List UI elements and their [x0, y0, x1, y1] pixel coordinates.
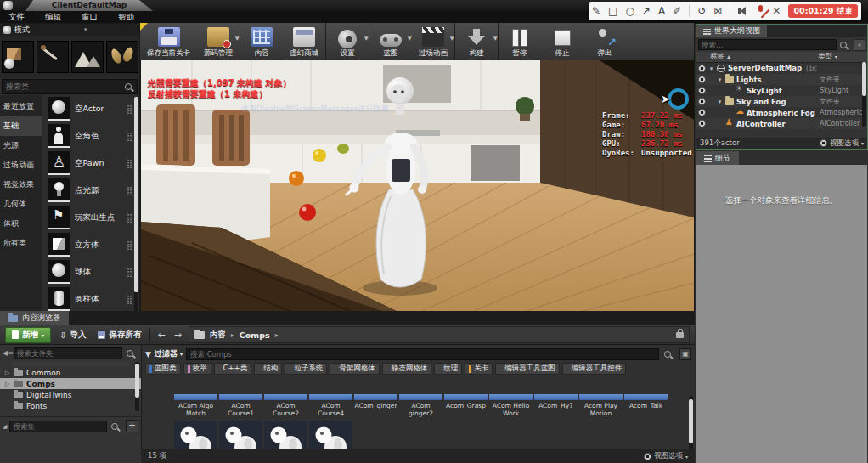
filter-chip[interactable]: 编辑器工具控件: [562, 363, 627, 375]
filter-chip[interactable]: 枚举: [183, 363, 211, 375]
details-tab[interactable]: 细节: [696, 151, 739, 165]
asset-item[interactable]: ACom_ginger: [354, 394, 397, 419]
scrollbar[interactable]: [135, 362, 139, 411]
filter-chip[interactable]: 粒子系统: [285, 363, 327, 375]
recorder-tool-icon[interactable]: ↺: [697, 2, 706, 20]
recorder-tool-icon[interactable]: A: [658, 2, 665, 20]
recording-timer-badge[interactable]: 00:01:29 结束: [788, 4, 858, 18]
placeable-item[interactable]: 空角色 ⣿: [42, 122, 139, 150]
asset-item[interactable]: ACom Course1: [219, 394, 262, 419]
save-search-icon[interactable]: ▣: [679, 348, 691, 360]
menu-item[interactable]: 窗口: [82, 12, 98, 23]
speaker-icon[interactable]: [738, 6, 748, 16]
import-button[interactable]: ⇩ 导入: [56, 328, 89, 342]
asset-item[interactable]: [309, 421, 352, 450]
drag-grip-icon[interactable]: ⣿: [127, 213, 132, 223]
asset-item[interactable]: ACom Course2: [264, 394, 307, 419]
outliner-row[interactable]: AIController AIController: [696, 118, 867, 129]
drag-grip-icon[interactable]: ⣿: [127, 159, 132, 168]
asset-item[interactable]: ACom_Hy7: [534, 394, 578, 419]
placeable-item[interactable]: 玩家出生点 ⣿: [42, 204, 139, 231]
visibility-eye-icon[interactable]: [698, 109, 706, 116]
dropdown-arrow-icon[interactable]: ▾: [84, 26, 87, 33]
expand-arrow-icon[interactable]: ▷: [5, 370, 10, 376]
filter-chip[interactable]: 蓝图类: [145, 363, 181, 375]
collection-search-input[interactable]: [9, 421, 107, 432]
asset-item[interactable]: [219, 421, 262, 450]
close-icon[interactable]: ✕: [772, 5, 781, 17]
asset-item[interactable]: Acom_Talk: [624, 394, 668, 419]
add-new-button[interactable]: 新增▾: [5, 327, 51, 343]
placeable-item[interactable]: 空Actor ⣿: [42, 95, 139, 122]
drag-grip-icon[interactable]: ⣿: [127, 132, 132, 141]
level-tab[interactable]: ClientDefaultMap: [25, 0, 153, 11]
expand-arrow-icon[interactable]: ▾: [717, 76, 723, 83]
asset-item[interactable]: [174, 421, 217, 450]
folder-row[interactable]: Fonts: [0, 400, 141, 411]
menu-item[interactable]: 帮助: [118, 12, 134, 23]
class-search-input[interactable]: [3, 82, 123, 91]
content-browser-tab[interactable]: 内容浏览器: [0, 311, 69, 325]
recorder-tool-icon[interactable]: ⊠: [713, 2, 722, 20]
toolbar-button[interactable]: 弹出 ▼: [583, 23, 626, 60]
modes-tab[interactable]: 模式 ▾: [0, 24, 139, 36]
visibility-eye-icon[interactable]: [698, 98, 706, 105]
outliner-row[interactable]: SkyLight SkyLight: [696, 85, 867, 96]
drag-grip-icon[interactable]: ⣿: [127, 295, 132, 304]
folder-row[interactable]: DigitalTwins: [0, 389, 141, 400]
place-category[interactable]: 视觉效果: [0, 175, 42, 195]
toolbar-button[interactable]: 过场动画 ▼: [412, 23, 454, 60]
visibility-eye-icon[interactable]: [698, 65, 706, 72]
drag-grip-icon[interactable]: ⣿: [127, 104, 132, 114]
place-category[interactable]: 过场动画: [0, 155, 42, 175]
toolbar-button[interactable]: 源码管理 ▼: [197, 23, 240, 60]
toolbar-button[interactable]: 内容 ▼: [240, 23, 283, 60]
toolbar-button[interactable]: 虚幻商城 ▼: [283, 23, 325, 60]
drag-grip-icon[interactable]: ⣿: [127, 240, 132, 250]
toolbar-button[interactable]: 保存当前关卡 ▼: [140, 23, 197, 60]
place-category[interactable]: 基础: [0, 116, 42, 136]
filters-button[interactable]: 过滤器▾: [155, 348, 183, 359]
asset-item[interactable]: ACom Course4: [309, 394, 352, 419]
view-options-button[interactable]: 视图选项▾: [642, 451, 688, 461]
place-category[interactable]: 光源: [0, 136, 42, 155]
outliner-row[interactable]: Atmospheric Fog AtmosphericF: [696, 107, 867, 118]
back-arrow-icon[interactable]: ←: [155, 330, 166, 341]
filter-chip[interactable]: 关卡: [465, 363, 493, 375]
lock-icon[interactable]: [676, 332, 684, 338]
recorder-tool-icon[interactable]: ○: [625, 2, 634, 20]
toolbar-button[interactable]: 停止 ▼: [541, 23, 583, 60]
outliner-row[interactable]: ▾ Sky and Fog 文件夹: [696, 96, 867, 107]
view-options-button[interactable]: 视图选项▾: [818, 138, 864, 149]
outliner-row[interactable]: ▾ Lights 文件夹: [696, 74, 867, 85]
asset-item[interactable]: ACom Hello Work: [489, 394, 533, 419]
menu-item[interactable]: 文件: [8, 12, 25, 23]
outliner-filter-button[interactable]: ＋: [854, 39, 865, 51]
save-all-button[interactable]: 保存所有: [94, 328, 144, 342]
recorder-tool-icon[interactable]: ✐: [673, 2, 681, 20]
recorder-tool-icon[interactable]: ↗: [642, 2, 651, 20]
expand-arrow-icon[interactable]: ▷: [5, 381, 10, 387]
placeable-item[interactable]: 圆柱体 ⣿: [42, 285, 139, 311]
drag-grip-icon[interactable]: ⣿: [127, 186, 132, 195]
recorder-tool-icon[interactable]: ✎: [592, 2, 600, 20]
microphone-muted-icon[interactable]: [756, 5, 764, 17]
breadcrumb-root[interactable]: 内容: [210, 330, 226, 341]
filter-chip[interactable]: C++类: [214, 363, 252, 375]
visibility-eye-icon[interactable]: [698, 120, 706, 127]
toolbar-button[interactable]: 构建 ▼: [454, 23, 498, 60]
folder-row[interactable]: ▷ Common: [0, 367, 141, 378]
place-category[interactable]: 体积: [0, 214, 42, 234]
filter-chip[interactable]: 编辑器工具蓝图: [495, 363, 560, 375]
visibility-eye-icon[interactable]: [698, 76, 706, 83]
folder-search-input[interactable]: [14, 347, 122, 359]
expand-arrow-icon[interactable]: ▾: [717, 99, 723, 105]
place-category[interactable]: 几何体: [0, 195, 42, 214]
asset-item[interactable]: Acom Play Motion: [579, 394, 623, 419]
filter-chip[interactable]: 纹理: [434, 363, 462, 375]
world-outliner-tab[interactable]: 世界大纲视图: [696, 25, 767, 37]
menu-item[interactable]: 编辑: [45, 12, 61, 23]
collections-collapse-icon[interactable]: ◢: [3, 423, 7, 430]
placeable-item[interactable]: 立方体 ⣿: [42, 231, 139, 258]
outliner-row[interactable]: ▾ ServerDefaultMap（玩家B世界场景）: [696, 63, 867, 74]
